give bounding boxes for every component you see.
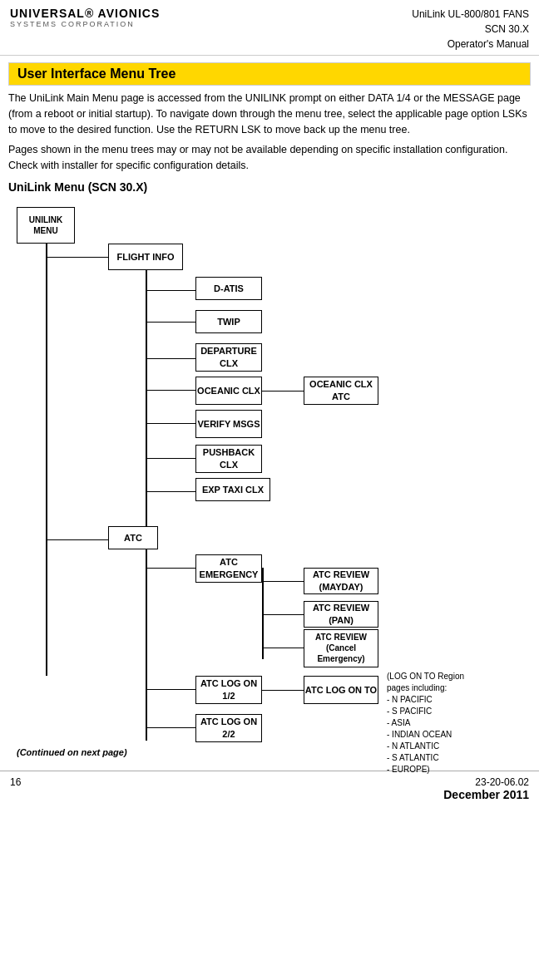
footer-right: 23-20-06.02 December 2011: [443, 776, 529, 801]
logo-main: UNIVERSAL® AVIONICS: [10, 7, 160, 20]
line-twip-h: [146, 322, 195, 323]
box-twip: TWIP: [195, 310, 262, 333]
menu-tree-diagram: UNILINK MENU FLIGHT INFO D-ATIS TWIP DEP…: [8, 199, 531, 764]
line-oceanic-h: [146, 390, 195, 392]
box-d-atis: D-ATIS: [195, 277, 262, 300]
line-verify-h: [146, 423, 195, 425]
box-atc-log-on-2-2: ATC LOG ON 2/2: [195, 714, 262, 742]
box-atc-review-cancel: ATC REVIEW (Cancel Emergency): [304, 629, 378, 667]
box-atc-log-on-1-2: ATC LOG ON 1/2: [195, 676, 262, 704]
box-atc-emergency: ATC EMERGENCY: [195, 554, 262, 583]
box-verify-msgs: VERIFY MSGS: [195, 410, 262, 438]
line-pan-h: [262, 614, 304, 616]
page-title: User Interface Menu Tree: [8, 62, 531, 86]
intro-paragraph-2: Pages shown in the menu trees may or may…: [0, 142, 539, 174]
box-departure-clx: DEPARTURE CLX: [195, 343, 262, 372]
box-flight-info: FLIGHT INFO: [108, 244, 183, 270]
line-pushback-h: [146, 458, 195, 460]
doc-number: 23-20-06.02: [443, 776, 529, 788]
line-exp-h: [146, 491, 195, 493]
line-atc-h: [46, 539, 108, 541]
doc-info: UniLink UL-800/801 FANS SCN 30.X Operato…: [412, 7, 529, 52]
box-atc: ATC: [108, 526, 158, 549]
box-atc-review-mayday: ATC REVIEW (MAYDAY): [304, 568, 378, 594]
line-main-v: [46, 244, 47, 676]
box-atc-review-pan: ATC REVIEW (PAN): [304, 601, 378, 628]
line-flight-info-h: [46, 257, 108, 259]
line-atc-v: [146, 549, 147, 741]
box-oceanic-clx: OCEANIC CLX: [195, 377, 262, 405]
section-title: UniLink Menu (SCN 30.X): [0, 179, 539, 199]
page-footer: 16 23-20-06.02 December 2011: [0, 771, 539, 806]
box-exp-taxi-clx: EXP TAXI CLX: [195, 478, 270, 501]
logo-sub: SYSTEMS CORPORATION: [10, 20, 160, 28]
line-log-on-1-h: [146, 689, 195, 691]
log-on-note: (LOG ON TO Region pages including: - N P…: [387, 671, 524, 776]
page-header: UNIVERSAL® AVIONICS SYSTEMS CORPORATION …: [0, 0, 539, 56]
line-datis-h: [146, 290, 195, 292]
page-number: 16: [10, 776, 21, 801]
intro-paragraph-1: The UniLink Main Menu page is accessed f…: [0, 91, 539, 137]
continued-text: (Continued on next page): [17, 747, 127, 757]
line-cancel-h: [262, 648, 304, 649]
logo-area: UNIVERSAL® AVIONICS SYSTEMS CORPORATION: [10, 7, 160, 28]
line-oceanic-atc-h: [262, 391, 304, 392]
line-dep-h: [146, 358, 195, 360]
line-mayday-h: [262, 581, 304, 583]
box-atc-log-on-to: ATC LOG ON TO: [304, 676, 378, 704]
box-unilink-menu: UNILINK MENU: [17, 207, 75, 244]
box-pushback-clx: PUSHBACK CLX: [195, 445, 262, 473]
line-atc-emerg-h: [146, 568, 195, 569]
doc-line1: UniLink UL-800/801 FANS: [412, 7, 529, 22]
footer-date: December 2011: [443, 788, 529, 801]
line-log-on-to-h: [262, 690, 304, 692]
line-log-on-2-h: [146, 727, 195, 729]
doc-line3: Operator's Manual: [412, 37, 529, 52]
box-oceanic-clx-atc: OCEANIC CLX ATC: [304, 377, 378, 405]
doc-line2: SCN 30.X: [412, 22, 529, 37]
